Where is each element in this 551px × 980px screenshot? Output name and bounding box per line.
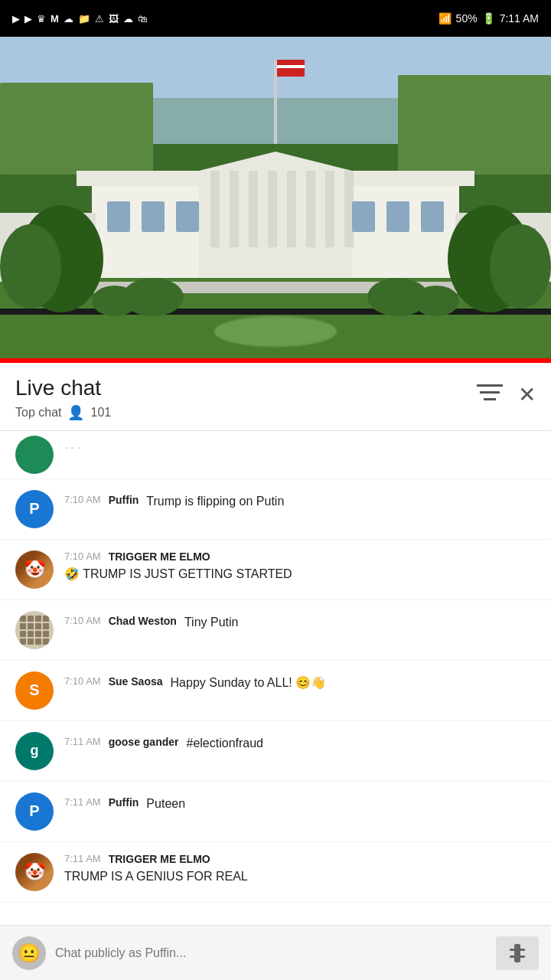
close-icon[interactable]: ✕ bbox=[518, 382, 536, 407]
message-content: 7:10 AM Puffin Trump is flipping on Puti… bbox=[64, 490, 536, 510]
emoji-button[interactable]: 😐 bbox=[12, 936, 46, 970]
avatar: g bbox=[15, 732, 54, 770]
message-author: goose gander bbox=[109, 736, 179, 748]
message-time: 7:10 AM bbox=[64, 494, 101, 505]
svg-point-39 bbox=[214, 316, 337, 347]
svg-rect-53 bbox=[510, 956, 525, 958]
tv-icon: ▶ bbox=[12, 13, 20, 24]
list-item: 🤡 7:10 AM TRIGGER ME ELMO 🤣 TRUMP IS JUS… bbox=[0, 540, 551, 600]
message-time: 7:10 AM bbox=[64, 675, 101, 687]
message-time: 7:11 AM bbox=[64, 736, 101, 747]
svg-rect-22 bbox=[107, 201, 130, 232]
svg-rect-50 bbox=[484, 398, 496, 400]
svg-rect-23 bbox=[142, 201, 165, 232]
svg-rect-15 bbox=[230, 171, 239, 247]
svg-rect-3 bbox=[0, 83, 153, 175]
live-chat-title-area: Live chat Top chat 👤 101 bbox=[15, 375, 111, 421]
svg-point-45 bbox=[0, 224, 61, 309]
emoji-icon: 😐 bbox=[18, 942, 41, 964]
message-author: Chad Weston bbox=[109, 615, 177, 627]
message-text: Puteen bbox=[146, 795, 185, 812]
list-item: 7:10 AM Chad Weston Tiny Putin bbox=[0, 600, 551, 661]
svg-rect-52 bbox=[510, 949, 525, 951]
avatar: P bbox=[15, 792, 54, 831]
live-chat-controls: ✕ bbox=[477, 381, 536, 408]
message-text: Happy Sunday to ALL! 😊👋 bbox=[171, 675, 327, 691]
svg-rect-25 bbox=[352, 201, 375, 232]
chat-input[interactable] bbox=[55, 936, 487, 970]
live-chat-subtitle: Top chat 👤 101 bbox=[15, 404, 111, 421]
message-meta: 7:10 AM Sue Saosa Happy Sunday to ALL! 😊… bbox=[64, 671, 536, 691]
message-author: Puffin bbox=[109, 796, 139, 808]
message-author: TRIGGER ME ELMO bbox=[109, 853, 210, 865]
message-meta: 7:10 AM Puffin Trump is flipping on Puti… bbox=[64, 490, 536, 510]
list-item: g 7:11 AM goose gander #electionfraud bbox=[0, 721, 551, 782]
avatar: S bbox=[15, 671, 54, 710]
message-content: 7:11 AM TRIGGER ME ELMO TRUMP IS A GENIU… bbox=[64, 853, 536, 885]
folder-icon: 📁 bbox=[78, 13, 90, 24]
svg-rect-14 bbox=[210, 171, 220, 247]
list-item: S 7:10 AM Sue Saosa Happy Sunday to ALL!… bbox=[0, 661, 551, 721]
status-icons: ▶ ▶ ♛ M ☁ 📁 ⚠ 🖼 ☁ 🛍 bbox=[12, 13, 148, 24]
message-text: Trump is flipping on Putin bbox=[146, 493, 284, 510]
list-item: P 7:11 AM Puffin Puteen bbox=[0, 782, 551, 842]
send-icon bbox=[507, 942, 528, 964]
avatar bbox=[15, 611, 54, 649]
message-meta: 7:11 AM Puffin Puteen bbox=[64, 792, 536, 812]
hero-image bbox=[0, 37, 551, 358]
message-time: 7:10 AM bbox=[64, 550, 101, 562]
svg-rect-8 bbox=[277, 70, 305, 77]
chat-input-bar: 😐 bbox=[0, 925, 551, 980]
list-item: P 7:10 AM Puffin Trump is flipping on Pu… bbox=[0, 479, 551, 540]
svg-point-47 bbox=[490, 224, 551, 309]
status-bar: ▶ ▶ ♛ M ☁ 📁 ⚠ 🖼 ☁ 🛍 📶 50% 🔋 7:11 AM bbox=[0, 0, 551, 37]
svg-rect-16 bbox=[249, 171, 258, 247]
svg-rect-18 bbox=[287, 171, 296, 247]
svg-rect-20 bbox=[325, 171, 334, 247]
message-content: 7:10 AM Sue Saosa Happy Sunday to ALL! 😊… bbox=[64, 671, 536, 691]
svg-rect-48 bbox=[477, 384, 503, 387]
svg-rect-5 bbox=[274, 60, 277, 144]
svg-rect-26 bbox=[386, 201, 409, 232]
svg-rect-51 bbox=[514, 944, 520, 962]
cloud-icon: ☁ bbox=[64, 13, 73, 24]
message-meta: 7:11 AM TRIGGER ME ELMO bbox=[64, 853, 536, 865]
crown-icon: ♛ bbox=[37, 13, 46, 24]
viewer-count: 101 bbox=[90, 406, 111, 420]
svg-rect-37 bbox=[0, 309, 551, 315]
message-meta: 7:10 AM TRIGGER ME ELMO bbox=[64, 550, 536, 563]
message-text: Tiny Putin bbox=[184, 614, 239, 631]
message-text: #electionfraud bbox=[187, 735, 264, 752]
svg-rect-4 bbox=[398, 75, 551, 175]
message-text: 🤣 TRUMP IS JUST GETTING STARTED bbox=[64, 566, 536, 583]
message-text: · · · bbox=[64, 439, 536, 455]
warning-icon: ⚠ bbox=[95, 13, 104, 24]
message-time: 7:11 AM bbox=[64, 796, 101, 808]
message-content: 7:11 AM Puffin Puteen bbox=[64, 792, 536, 812]
filter-icon[interactable] bbox=[477, 381, 503, 408]
svg-rect-19 bbox=[306, 171, 315, 247]
image-icon: 🖼 bbox=[109, 13, 119, 24]
avatar: 🤡 bbox=[15, 550, 54, 589]
status-right: 📶 50% 🔋 7:11 AM bbox=[439, 12, 539, 24]
svg-point-41 bbox=[92, 286, 138, 316]
wifi-icon: 📶 bbox=[439, 12, 452, 24]
chat-list: · · · P 7:10 AM Puffin Trump is flipping… bbox=[0, 431, 551, 964]
list-item: · · · bbox=[0, 431, 551, 479]
message-time: 7:10 AM bbox=[64, 615, 101, 626]
top-chat-label[interactable]: Top chat bbox=[15, 406, 61, 420]
live-chat-title: Live chat bbox=[15, 375, 111, 401]
youtube-icon: ▶ bbox=[24, 13, 32, 24]
avatar: P bbox=[15, 490, 54, 528]
message-content: 7:10 AM TRIGGER ME ELMO 🤣 TRUMP IS JUST … bbox=[64, 550, 536, 583]
message-author: Puffin bbox=[109, 494, 139, 506]
list-item: 🤡 7:11 AM TRIGGER ME ELMO TRUMP IS A GEN… bbox=[0, 842, 551, 903]
avatar: 🤡 bbox=[15, 853, 54, 891]
message-content: · · · bbox=[64, 436, 536, 455]
svg-rect-49 bbox=[480, 391, 500, 394]
cloud2-icon: ☁ bbox=[123, 13, 133, 24]
svg-rect-7 bbox=[277, 65, 305, 68]
send-button[interactable] bbox=[496, 936, 539, 970]
svg-rect-17 bbox=[268, 171, 277, 247]
svg-rect-24 bbox=[176, 201, 199, 232]
